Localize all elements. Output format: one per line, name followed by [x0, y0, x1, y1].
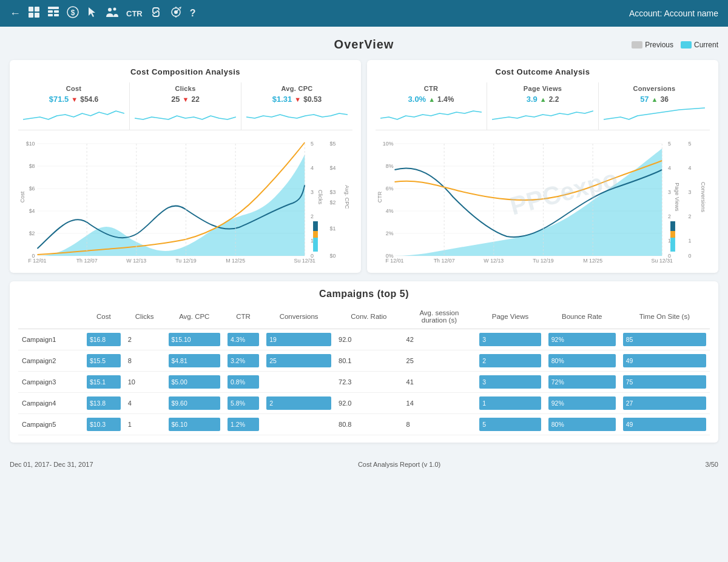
metric-ctr-values: 3.0% ▲ 1.4%	[380, 95, 482, 104]
table-cell: 10	[124, 372, 165, 393]
table-cell: 14	[403, 393, 476, 414]
svg-rect-0	[29, 7, 33, 12]
svg-text:4: 4	[689, 165, 692, 171]
legend-previous-label: Previous	[645, 41, 673, 49]
svg-text:W 12/13: W 12/13	[126, 258, 146, 264]
metric-avg-cpc: Avg. CPC $1.31 ▼ $0.53	[241, 82, 352, 130]
target-icon[interactable]	[169, 6, 183, 21]
table-cell: $5.00	[165, 372, 224, 393]
main-content: OverView Previous Current Cost Compositi…	[0, 27, 728, 457]
legend-previous-box	[632, 41, 642, 49]
col-cost: Cost	[83, 307, 124, 329]
cursor-icon[interactable]	[86, 6, 98, 21]
cost-composition-panel: Cost Composition Analysis Cost $71.5 ▼ $…	[10, 60, 361, 273]
svg-text:2: 2	[689, 213, 692, 219]
metric-clicks-values: 25 ▼ 22	[135, 95, 236, 104]
svg-rect-6	[54, 10, 59, 13]
footer: Dec 01, 2017- Dec 31, 2017 Cost Analysis…	[0, 457, 728, 472]
svg-text:Cost: Cost	[19, 191, 25, 202]
mini-chart-ctr	[380, 106, 482, 123]
footer-report-title: Cost Analysis Report (v 1.0)	[358, 461, 440, 468]
svg-point-12	[113, 7, 116, 10]
table-cell: 80.1	[335, 350, 403, 372]
svg-rect-102	[670, 236, 675, 252]
col-name	[18, 307, 83, 329]
table-row: Campaign5 $10.3 1 $6.10 1.2% 80.8 8	[18, 414, 710, 435]
svg-text:3: 3	[668, 189, 671, 195]
metric-ctr: CTR 3.0% ▲ 1.4%	[376, 82, 487, 130]
table-cell: $15.5	[83, 350, 124, 372]
svg-text:$: $	[71, 8, 75, 17]
campaign-name: Campaign5	[18, 414, 83, 435]
account-label: Account: Account name	[629, 8, 718, 18]
svg-rect-104	[670, 221, 675, 231]
table-cell: 80.8	[335, 414, 403, 435]
cost-outcome-title: Cost Outcome Analysis	[376, 67, 710, 76]
svg-rect-60	[313, 236, 318, 252]
metric-ctr-primary: 3.0%	[408, 95, 426, 104]
cost-composition-metrics: Cost $71.5 ▼ $54.6 Clicks 25 ▼	[18, 82, 352, 130]
campaigns-title: Campaigns (top 5)	[18, 289, 710, 299]
metric-pv-primary: 3.9	[527, 95, 538, 104]
svg-text:$6: $6	[29, 186, 35, 192]
svg-text:Conversions: Conversions	[700, 182, 706, 212]
grid-icon[interactable]	[28, 6, 40, 21]
footer-date-range: Dec 01, 2017- Dec 31, 2017	[10, 461, 93, 468]
table-cell: $9.60	[165, 393, 224, 414]
table-cell	[263, 414, 335, 435]
svg-text:$1: $1	[330, 226, 336, 232]
mini-chart-conversions	[604, 106, 705, 123]
top-nav: ← $ CTR ? Account: Account name	[0, 0, 728, 27]
metric-cost-primary: $71.5	[49, 95, 69, 104]
table-cell: 42	[403, 329, 476, 350]
metric-avg-cpc-primary: $1.31	[272, 95, 292, 104]
svg-text:0: 0	[689, 253, 692, 259]
table-cell: 4.3%	[224, 329, 263, 350]
people-icon[interactable]	[106, 6, 119, 21]
table-cell: 3	[476, 372, 545, 393]
svg-text:Page Views: Page Views	[674, 182, 680, 212]
metric-page-views-label: Page Views	[492, 85, 593, 92]
svg-text:$0: $0	[330, 253, 336, 259]
col-ctr: CTR	[224, 307, 263, 329]
table-cell: 92.0	[335, 329, 403, 350]
dollar-icon[interactable]: $	[67, 6, 79, 21]
back-icon[interactable]: ←	[10, 7, 21, 20]
col-bounce-rate: Bounce Rate	[545, 307, 619, 329]
table-icon[interactable]	[47, 6, 59, 21]
nav-icons[interactable]: ← $ CTR ?	[10, 6, 196, 21]
svg-text:W 12/13: W 12/13	[484, 258, 504, 264]
svg-text:4: 4	[668, 165, 671, 171]
table-cell: 2	[263, 393, 335, 414]
link-icon[interactable]	[150, 6, 162, 21]
svg-text:Tu 12/19: Tu 12/19	[533, 258, 554, 264]
cost-outcome-metrics: CTR 3.0% ▲ 1.4% Page Views 3.9 ▲	[376, 82, 710, 130]
cost-outcome-svg: 10% 8% 6% 4% 2% 0% CTR	[376, 136, 710, 264]
col-time-on-site: Time On Site (s)	[619, 307, 710, 329]
help-icon[interactable]: ?	[190, 8, 196, 19]
table-cell: 19	[263, 329, 335, 350]
ctr-label[interactable]: CTR	[126, 9, 143, 18]
campaign-name: Campaign3	[18, 372, 83, 393]
svg-text:5: 5	[689, 141, 692, 147]
svg-text:$2: $2	[29, 230, 35, 236]
svg-text:Th 12/07: Th 12/07	[434, 258, 455, 264]
campaigns-table: Cost Clicks Avg. CPC CTR Conversions Con…	[18, 307, 710, 435]
table-cell: $15.10	[165, 329, 224, 350]
svg-rect-5	[48, 10, 53, 13]
col-clicks: Clicks	[124, 307, 165, 329]
metric-conv-arrow: ▲	[652, 96, 658, 103]
table-cell: 2	[476, 350, 545, 372]
table-cell	[263, 372, 335, 393]
svg-text:Avg. CPC: Avg. CPC	[344, 185, 350, 209]
legend-current: Current	[681, 41, 718, 49]
svg-rect-3	[35, 13, 39, 18]
table-cell: 1.2%	[224, 414, 263, 435]
campaigns-tbody: Campaign1 $16.8 2 $15.10 4.3% 19	[18, 329, 710, 435]
campaign-name: Campaign1	[18, 329, 83, 350]
svg-text:F 12/01: F 12/01	[29, 258, 47, 264]
metric-conv-secondary: 36	[661, 95, 669, 104]
col-conv-ratio: Conv. Ratio	[335, 307, 403, 329]
table-cell: 8	[124, 350, 165, 372]
svg-text:1: 1	[689, 238, 692, 244]
